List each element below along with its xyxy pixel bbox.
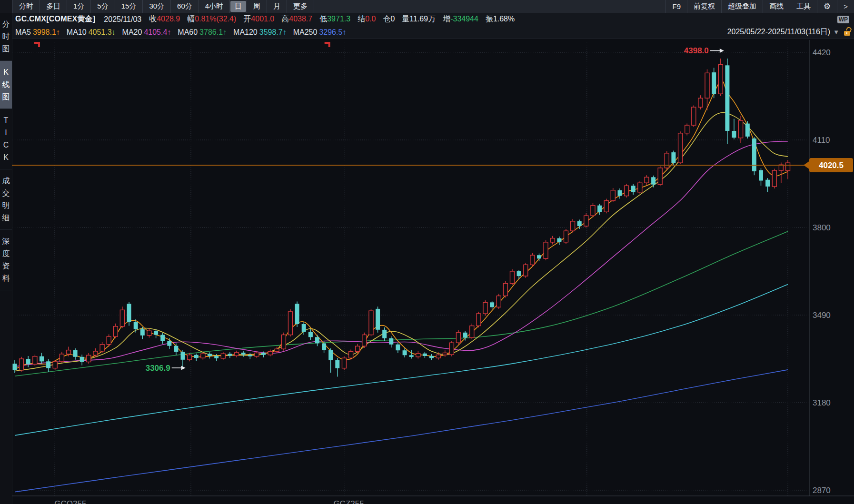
field-open-interest-label: 仓 <box>383 15 390 23</box>
ma5-item: MA53998.1↑ <box>15 28 60 36</box>
tools-button[interactable]: 工具 <box>790 0 817 13</box>
field-settle: 结0.0 <box>357 15 376 23</box>
quote-info-bar: GC.CMX[COMEX黄金] 2025/11/03 收4028.9幅0.81%… <box>12 13 854 26</box>
tab-daily[interactable]: 日 <box>230 1 246 12</box>
chart-type-sidebar: 分时图K线图TICK成交明细深度资料 <box>0 13 12 504</box>
svg-text:2870: 2870 <box>813 486 831 495</box>
field-amplitude: 振1.68% <box>486 15 515 23</box>
svg-text:3180: 3180 <box>813 398 831 407</box>
field-oi-change-value: -334944 <box>450 15 478 23</box>
quote-date: 2025/11/03 <box>104 15 141 24</box>
field-close-label: 收 <box>149 15 157 23</box>
field-low-value: 3971.3 <box>327 15 350 23</box>
tab-weekly[interactable]: 周 <box>247 0 267 13</box>
field-amplitude-label: 振 <box>486 15 493 23</box>
tab-4hour[interactable]: 4小时 <box>199 0 230 13</box>
tabbar-corner <box>0 0 13 13</box>
tab-5min[interactable]: 5分 <box>91 0 115 13</box>
ma-indicator-bar: MA53998.1↑MA104051.3↓MA204105.4↑MA603786… <box>12 26 854 39</box>
field-amplitude-value: 1.68% <box>493 15 515 23</box>
trading-app: { "toolbar": { "tabs": [ {"key":"tab-tim… <box>0 0 854 504</box>
kline-chart[interactable]: 4420411038003490318028704398.03306.9GCQ2… <box>12 39 854 504</box>
date-range[interactable]: 2025/05/22-2025/11/03(116日) <box>727 27 830 37</box>
sidebar-item-kline-chart[interactable]: K线图 <box>0 61 12 109</box>
tab-monthly[interactable]: 月 <box>267 0 287 13</box>
svg-text:4420: 4420 <box>813 48 831 57</box>
svg-text:4110: 4110 <box>813 136 830 145</box>
kline-chart-canvas[interactable]: 4420411038003490318028704398.03306.9GCQ2… <box>12 39 854 504</box>
scale-lock-icon[interactable] <box>844 31 850 36</box>
field-volume-value: 11.69万 <box>409 15 436 23</box>
field-low: 低3971.3 <box>319 15 350 23</box>
svg-text:4398.0: 4398.0 <box>684 46 709 55</box>
field-high: 高4038.7 <box>281 15 312 23</box>
ma10-label: MA10 <box>67 28 87 36</box>
field-change: 幅0.81%(32.4) <box>187 15 236 23</box>
tab-timeline[interactable]: 分时 <box>13 0 40 13</box>
field-change-value: 0.81%(32.4) <box>195 15 236 23</box>
field-close-value: 4028.9 <box>157 15 180 23</box>
ma120-label: MA120 <box>233 28 258 36</box>
sidebar-item-timeline-chart[interactable]: 分时图 <box>0 13 12 61</box>
ma10-value: 4051.3↓ <box>89 28 116 36</box>
field-open-value: 4001.0 <box>251 15 274 23</box>
wp-badge[interactable]: WP <box>837 16 849 23</box>
ma20-item: MA204105.4↑ <box>122 28 171 36</box>
tab-15min[interactable]: 15分 <box>115 0 143 13</box>
tab-1min[interactable]: 1分 <box>67 0 91 13</box>
field-low-label: 低 <box>319 15 327 23</box>
field-open-label: 开 <box>243 15 251 23</box>
ma120-item: MA1203598.7↑ <box>233 28 287 36</box>
field-close: 收4028.9 <box>149 15 180 23</box>
range-dropdown-icon[interactable]: ▼ <box>833 29 839 36</box>
draw-line-button[interactable]: 画线 <box>763 0 790 13</box>
ma120-value: 3598.7↑ <box>259 28 287 36</box>
sidebar-item-trade-details[interactable]: 成交明细 <box>0 169 12 230</box>
ma60-item: MA603786.1↑ <box>178 28 227 36</box>
field-volume: 量11.69万 <box>402 15 436 23</box>
ma10-item: MA104051.3↓ <box>67 28 116 36</box>
ma60-value: 3786.1↑ <box>199 28 227 36</box>
period-tabs: 分时多日1分5分15分30分60分4小时日周月更多 <box>13 0 314 13</box>
ma5-label: MA5 <box>15 28 31 36</box>
period-tabbar: 分时多日1分5分15分30分60分4小时日周月更多 F9前复权超级叠加画线工具⚙… <box>0 0 854 13</box>
ma20-label: MA20 <box>122 28 142 36</box>
tab-multiday[interactable]: 多日 <box>40 0 67 13</box>
svg-text:GCZ255: GCZ255 <box>333 499 364 504</box>
field-oi-change: 增-334944 <box>443 15 478 23</box>
svg-text:3490: 3490 <box>813 311 831 320</box>
toolbar-right: F9前复权超级叠加画线工具⚙> <box>665 0 854 13</box>
ma250-item: MA2503296.5↑ <box>293 28 347 36</box>
collapse-chevron-icon[interactable]: > <box>837 0 854 13</box>
svg-text:3306.9: 3306.9 <box>146 364 170 373</box>
ma20-value: 4105.4↑ <box>144 28 171 36</box>
svg-text:4020.5: 4020.5 <box>819 161 844 170</box>
tab-30min[interactable]: 30分 <box>143 0 171 13</box>
field-high-value: 4038.7 <box>289 15 312 23</box>
ma250-label: MA250 <box>293 28 318 36</box>
field-change-label: 幅 <box>187 15 195 23</box>
field-settle-label: 结 <box>357 15 365 23</box>
ma60-label: MA60 <box>178 28 198 36</box>
field-open-interest-value: 0 <box>390 15 395 23</box>
symbol-name: GC.CMX[COMEX黄金] <box>15 14 95 24</box>
settings-gear-icon[interactable]: ⚙ <box>817 0 837 13</box>
svg-text:GCQ255: GCQ255 <box>54 499 86 504</box>
ma250-value: 3296.5↑ <box>319 28 346 36</box>
range-group: 2025/05/22-2025/11/03(116日) ▼ <box>727 27 850 37</box>
field-oi-change-label: 增 <box>443 15 450 23</box>
svg-text:3800: 3800 <box>813 223 831 232</box>
forward-adjust-button[interactable]: 前复权 <box>687 0 721 13</box>
sidebar-item-tick[interactable]: TICK <box>0 109 12 169</box>
super-overlay-button[interactable]: 超级叠加 <box>721 0 763 13</box>
sidebar-item-depth-data[interactable]: 深度资料 <box>0 230 12 290</box>
f9-button[interactable]: F9 <box>665 0 687 13</box>
ma5-value: 3998.1↑ <box>33 28 60 36</box>
field-open-interest: 仓0 <box>383 15 395 23</box>
tab-more[interactable]: 更多 <box>287 0 314 13</box>
field-volume-label: 量 <box>402 15 409 23</box>
ma-values: MA53998.1↑MA104051.3↓MA204105.4↑MA603786… <box>15 28 353 37</box>
field-high-label: 高 <box>281 15 289 23</box>
tab-60min[interactable]: 60分 <box>171 0 199 13</box>
field-open: 开4001.0 <box>243 15 274 23</box>
